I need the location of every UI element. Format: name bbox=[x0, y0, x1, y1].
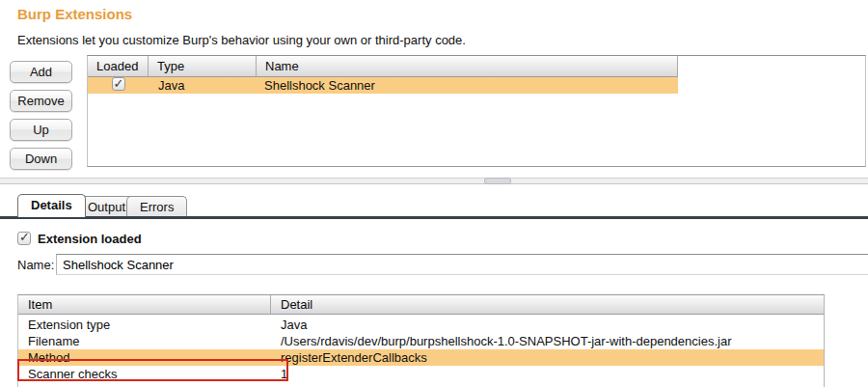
item-cell: Filename bbox=[18, 333, 271, 349]
tab-errors[interactable]: Errors bbox=[126, 196, 187, 217]
detail-cell: registerExtenderCallbacks bbox=[271, 349, 824, 366]
column-header-name: Name bbox=[257, 56, 678, 77]
detail-cell: /Users/rdavis/dev/burp/burpshellshock-1.… bbox=[271, 333, 824, 349]
remove-button[interactable]: Remove bbox=[10, 90, 72, 112]
type-cell: Java bbox=[149, 77, 257, 94]
extensions-table: Loaded Type Name ✓ Java Shellshock Scann… bbox=[87, 55, 866, 167]
check-icon: ✓ bbox=[19, 230, 30, 244]
name-cell: Shellshock Scanner bbox=[257, 77, 678, 94]
property-row-extension-type[interactable]: Extension type Java bbox=[18, 317, 824, 333]
add-button[interactable]: Add bbox=[10, 61, 72, 83]
item-cell: Extension type bbox=[18, 317, 271, 333]
up-button[interactable]: Up bbox=[10, 119, 72, 141]
properties-table-header: Item Detail bbox=[18, 295, 824, 317]
down-button[interactable]: Down bbox=[10, 148, 72, 170]
column-header-type: Type bbox=[149, 56, 257, 77]
property-row-filename[interactable]: Filename /Users/rdavis/dev/burp/burpshel… bbox=[18, 333, 824, 349]
extension-loaded-checkbox[interactable]: ✓ bbox=[17, 232, 31, 245]
splitter-grip-icon[interactable] bbox=[484, 178, 511, 184]
loaded-checkbox[interactable]: ✓ bbox=[112, 77, 125, 91]
detail-cell: 1 bbox=[271, 366, 824, 382]
extension-row[interactable]: ✓ Java Shellshock Scanner bbox=[88, 77, 678, 94]
tab-underline bbox=[0, 216, 868, 219]
red-annotation-box bbox=[17, 359, 288, 381]
extension-loaded-label: Extension loaded bbox=[38, 232, 142, 246]
detail-cell: Java bbox=[271, 317, 824, 333]
page-subtitle: Extensions let you customize Burp's beha… bbox=[17, 33, 466, 47]
horizontal-splitter[interactable] bbox=[0, 178, 868, 184]
column-header-item: Item bbox=[18, 295, 271, 315]
tab-details[interactable]: Details bbox=[17, 194, 86, 217]
extensions-table-header: Loaded Type Name bbox=[88, 56, 865, 77]
name-field-label: Name: bbox=[17, 258, 54, 272]
column-header-detail: Detail bbox=[271, 295, 824, 315]
column-header-loaded: Loaded bbox=[88, 56, 149, 77]
properties-table: Item Detail Extension type Java Filename… bbox=[17, 294, 825, 387]
extension-name-input[interactable] bbox=[56, 254, 868, 275]
loaded-cell: ✓ bbox=[88, 77, 149, 95]
page-title: Burp Extensions bbox=[17, 6, 132, 22]
check-icon: ✓ bbox=[114, 77, 124, 92]
